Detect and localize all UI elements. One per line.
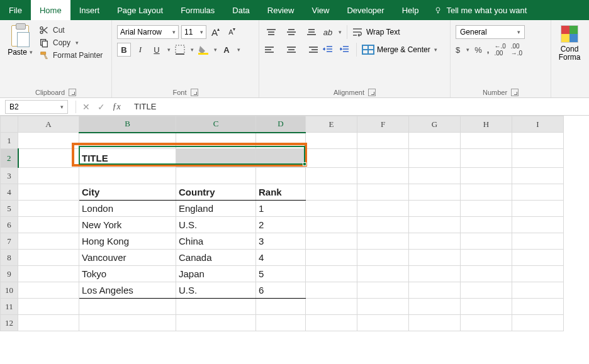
tab-formulas[interactable]: Formulas (172, 0, 223, 20)
cell-C9[interactable]: Japan (176, 266, 256, 282)
increase-indent-button[interactable] (337, 43, 351, 57)
cell-D7[interactable]: 3 (256, 233, 306, 250)
number-dialog-launcher[interactable] (511, 89, 519, 96)
row-header-6[interactable]: 6 (1, 217, 18, 233)
increase-font-button[interactable]: A▴ (209, 25, 223, 39)
tab-home[interactable]: Home (31, 0, 70, 20)
cell-D9[interactable]: 5 (256, 266, 306, 282)
tab-view[interactable]: View (303, 0, 338, 20)
row-header-7[interactable]: 7 (1, 233, 18, 250)
tab-data[interactable]: Data (223, 0, 258, 20)
col-header-D[interactable]: D (256, 116, 306, 133)
cell-C5[interactable]: England (176, 201, 256, 217)
row-header-9[interactable]: 9 (1, 266, 18, 282)
font-dialog-launcher[interactable] (191, 89, 198, 96)
chevron-down-icon[interactable]: ▾ (214, 47, 217, 53)
italic-button[interactable]: I (133, 43, 147, 57)
selection-fill-handle[interactable] (303, 162, 306, 166)
clipboard-dialog-launcher[interactable] (69, 89, 76, 96)
tab-review[interactable]: Review (259, 0, 303, 20)
tab-developer[interactable]: Developer (338, 0, 393, 20)
currency-button[interactable]: $ (456, 45, 460, 55)
chevron-down-icon[interactable]: ▾ (167, 47, 171, 53)
cell-D5[interactable]: 1 (256, 201, 306, 217)
row-header-3[interactable]: 3 (1, 168, 18, 184)
cell-C2[interactable] (176, 149, 256, 168)
number-format-select[interactable]: General▾ (456, 25, 525, 39)
chevron-down-icon[interactable]: ▾ (191, 47, 194, 53)
format-painter-button[interactable]: Format Painter (39, 50, 103, 60)
row-header-1[interactable]: 1 (1, 133, 18, 149)
cell-C6[interactable]: U.S. (176, 217, 256, 233)
col-header-B[interactable]: B (79, 116, 176, 133)
enter-formula-button[interactable]: ✓ (94, 102, 109, 112)
cell-B6[interactable]: New York (79, 217, 176, 233)
halign-right-button[interactable] (305, 43, 318, 57)
row-header-12[interactable]: 12 (1, 315, 18, 331)
col-header-H[interactable]: H (461, 116, 512, 133)
col-header-G[interactable]: G (409, 116, 461, 133)
decrease-font-button[interactable]: A▾ (225, 25, 239, 39)
cut-button[interactable]: Cut (39, 25, 103, 35)
cell-B8[interactable]: Vancouver (79, 250, 176, 266)
cell-B10[interactable]: Los Angeles (79, 282, 176, 299)
valign-top-button[interactable] (264, 25, 278, 39)
cell-D10[interactable]: 6 (256, 282, 306, 299)
row-header-11[interactable]: 11 (1, 299, 18, 315)
cell-B9[interactable]: Tokyo (79, 266, 176, 282)
decrease-decimal-button[interactable]: .00→.0 (511, 43, 522, 57)
name-box[interactable]: B2▾ (5, 100, 68, 114)
orientation-button[interactable]: ab (321, 25, 335, 39)
select-all-corner[interactable] (1, 116, 18, 133)
borders-button[interactable] (173, 43, 187, 57)
halign-center-button[interactable] (284, 43, 298, 57)
cell-D2[interactable] (256, 149, 306, 168)
valign-bottom-button[interactable] (305, 25, 318, 39)
col-header-F[interactable]: F (357, 116, 409, 133)
font-name-select[interactable]: Arial Narrow▾ (117, 25, 179, 39)
col-header-A[interactable]: A (18, 116, 79, 133)
col-header-E[interactable]: E (306, 116, 357, 133)
cell-D4[interactable]: Rank (256, 184, 306, 201)
cell-B2[interactable]: TITLE (79, 149, 176, 168)
col-header-I[interactable]: I (512, 116, 564, 133)
tab-file[interactable]: File (0, 0, 31, 20)
chevron-down-icon[interactable]: ▾ (76, 40, 79, 46)
valign-middle-button[interactable] (284, 25, 298, 39)
tab-page-layout[interactable]: Page Layout (108, 0, 172, 20)
alignment-dialog-launcher[interactable] (368, 89, 376, 96)
row-header-5[interactable]: 5 (1, 201, 18, 217)
cell-C10[interactable]: U.S. (176, 282, 256, 299)
grid[interactable]: A B C D E F G H I 1 2TITLE 3 4CityCountr… (0, 116, 564, 331)
tell-me-search[interactable]: Tell me what you want (427, 0, 533, 20)
chevron-down-icon[interactable]: ▾ (466, 47, 469, 53)
paste-button[interactable]: Paste▾ (5, 23, 35, 57)
font-size-select[interactable]: 11▾ (181, 25, 206, 39)
merge-center-button[interactable]: Merge & Center▾ (362, 45, 437, 55)
row-header-8[interactable]: 8 (1, 250, 18, 266)
cell-B5[interactable]: London (79, 201, 176, 217)
copy-button[interactable]: Copy▾ (39, 38, 103, 48)
tab-help[interactable]: Help (393, 0, 428, 20)
wrap-text-button[interactable]: Wrap Text (352, 27, 400, 37)
increase-decimal-button[interactable]: ←.0.00 (494, 43, 505, 57)
chevron-down-icon[interactable]: ▾ (30, 49, 33, 55)
formula-input[interactable]: TITLE (130, 102, 589, 111)
bold-button[interactable]: B (117, 43, 131, 57)
chevron-down-icon[interactable]: ▾ (237, 47, 240, 53)
font-color-button[interactable]: A (220, 43, 233, 57)
halign-left-button[interactable] (264, 43, 278, 57)
cell-D6[interactable]: 2 (256, 217, 306, 233)
cancel-formula-button[interactable]: ✕ (79, 102, 94, 112)
row-header-10[interactable]: 10 (1, 282, 18, 299)
conditional-formatting-button[interactable]: CondForma (556, 23, 583, 62)
cell-C7[interactable]: China (176, 233, 256, 250)
cell-C4[interactable]: Country (176, 184, 256, 201)
row-header-2[interactable]: 2 (1, 149, 18, 168)
chevron-down-icon[interactable]: ▾ (339, 29, 342, 35)
row-header-4[interactable]: 4 (1, 184, 18, 201)
decrease-indent-button[interactable] (321, 43, 335, 57)
underline-button[interactable]: U (150, 43, 164, 57)
fx-button[interactable]: ƒx (109, 102, 124, 112)
percent-button[interactable]: % (474, 45, 482, 55)
